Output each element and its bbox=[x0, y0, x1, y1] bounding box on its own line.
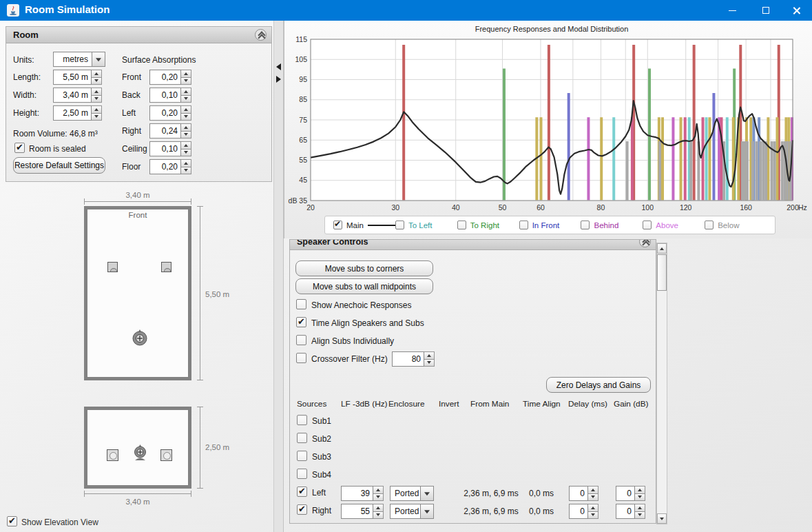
spinner-down-icon[interactable] bbox=[588, 511, 598, 520]
crossover-frequency-field[interactable] bbox=[392, 351, 424, 367]
right-delay-field[interactable] bbox=[569, 504, 588, 519]
collapse-right-arrow-icon[interactable] bbox=[276, 76, 281, 83]
spinner-down-icon[interactable] bbox=[92, 113, 102, 121]
absorption-left-field[interactable] bbox=[149, 105, 181, 121]
length-field[interactable] bbox=[53, 70, 92, 85]
legend-checkbox-behind[interactable] bbox=[581, 221, 590, 229]
move-subs-corners-button[interactable]: Move subs to corners bbox=[295, 260, 433, 276]
height-field[interactable] bbox=[53, 105, 92, 121]
units-dropdown[interactable]: metres bbox=[53, 52, 105, 67]
listener-elevation[interactable] bbox=[133, 444, 147, 461]
height-spinner[interactable] bbox=[92, 105, 102, 121]
absorption-right-field[interactable] bbox=[149, 123, 181, 139]
legend-checkbox-to-left[interactable] bbox=[395, 221, 404, 229]
listener-topview[interactable] bbox=[132, 329, 147, 347]
spinner-down-icon[interactable] bbox=[588, 493, 598, 502]
legend-checkbox-in-front[interactable] bbox=[519, 221, 528, 229]
length-spinner[interactable] bbox=[92, 70, 102, 85]
spinner-down-icon[interactable] bbox=[635, 511, 645, 520]
spinner-down-icon[interactable] bbox=[373, 511, 384, 520]
spinner-up-icon[interactable] bbox=[424, 351, 435, 359]
move-subs-midpoints-button[interactable]: Move subs to wall midpoints bbox=[295, 278, 433, 294]
spinner-down-icon[interactable] bbox=[181, 131, 191, 139]
right-delay-spinner[interactable] bbox=[588, 504, 598, 519]
restore-defaults-button[interactable]: Restore Default Settings bbox=[13, 157, 105, 174]
minimize-button[interactable] bbox=[716, 0, 748, 21]
spinner-up-icon[interactable] bbox=[92, 70, 102, 77]
source-left-checkbox[interactable] bbox=[297, 487, 307, 497]
spinner-up-icon[interactable] bbox=[181, 105, 191, 113]
left-delay-spinner[interactable] bbox=[588, 486, 598, 501]
left-gain-spinner[interactable] bbox=[635, 486, 645, 501]
left-speaker-elevation[interactable] bbox=[107, 449, 118, 461]
show-elevation-checkbox[interactable] bbox=[7, 516, 17, 526]
scrollbar-thumb[interactable] bbox=[657, 254, 667, 291]
dropdown-arrow-icon[interactable] bbox=[421, 504, 434, 519]
left-speaker-topview[interactable] bbox=[107, 262, 118, 272]
spinner-down-icon[interactable] bbox=[181, 113, 191, 121]
legend-checkbox-below[interactable] bbox=[705, 221, 714, 229]
dropdown-arrow-icon[interactable] bbox=[421, 486, 434, 501]
dropdown-arrow-icon[interactable] bbox=[92, 52, 105, 67]
absorption-ceiling-spinner[interactable] bbox=[181, 141, 191, 156]
spinner-down-icon[interactable] bbox=[181, 77, 191, 85]
left-lf3db-spinner[interactable] bbox=[373, 486, 384, 501]
scroll-down-icon[interactable] bbox=[657, 513, 667, 524]
collapse-chevron-icon[interactable] bbox=[255, 29, 267, 41]
source-right-checkbox[interactable] bbox=[297, 504, 307, 515]
speaker-panel-scrollbar[interactable] bbox=[656, 243, 667, 524]
source-sub4-checkbox[interactable] bbox=[297, 469, 307, 479]
right-gain-spinner[interactable] bbox=[635, 504, 645, 519]
spinner-up-icon[interactable] bbox=[588, 486, 598, 493]
right-gain-field[interactable] bbox=[616, 504, 635, 519]
spinner-up-icon[interactable] bbox=[635, 504, 645, 511]
spinner-down-icon[interactable] bbox=[92, 77, 102, 85]
spinner-down-icon[interactable] bbox=[181, 149, 191, 157]
spinner-up-icon[interactable] bbox=[181, 123, 191, 131]
legend-checkbox-above[interactable] bbox=[643, 221, 652, 229]
align-subs-individually-checkbox[interactable] bbox=[296, 335, 306, 345]
spinner-up-icon[interactable] bbox=[373, 486, 384, 493]
collapse-left-arrow-icon[interactable] bbox=[276, 63, 281, 70]
show-anechoic-responses-checkbox[interactable] bbox=[296, 299, 306, 309]
split-pane-divider[interactable] bbox=[273, 21, 284, 532]
spinner-up-icon[interactable] bbox=[181, 88, 191, 95]
absorption-floor-spinner[interactable] bbox=[181, 159, 191, 174]
room-sealed-checkbox[interactable] bbox=[14, 143, 25, 153]
width-spinner[interactable] bbox=[92, 88, 102, 103]
spinner-up-icon[interactable] bbox=[92, 88, 102, 95]
left-delay-field[interactable] bbox=[569, 486, 588, 501]
crossover-spinner[interactable] bbox=[424, 351, 435, 367]
source-sub1-checkbox[interactable] bbox=[297, 415, 307, 425]
spinner-up-icon[interactable] bbox=[92, 105, 102, 113]
spinner-down-icon[interactable] bbox=[181, 167, 191, 175]
zero-delays-gains-button[interactable]: Zero Delays and Gains bbox=[546, 377, 651, 393]
absorption-back-spinner[interactable] bbox=[181, 88, 191, 103]
absorption-ceiling-field[interactable] bbox=[149, 141, 181, 156]
source-sub3-checkbox[interactable] bbox=[297, 451, 307, 461]
collapse-chevron-icon[interactable] bbox=[639, 240, 651, 247]
left-enclosure-dropdown[interactable]: Ported bbox=[390, 486, 434, 501]
spinner-down-icon[interactable] bbox=[424, 359, 435, 367]
right-lf3db-field[interactable] bbox=[341, 504, 373, 519]
absorption-back-field[interactable] bbox=[149, 88, 181, 103]
legend-checkbox-to-right[interactable] bbox=[457, 221, 466, 229]
absorption-left-spinner[interactable] bbox=[181, 105, 191, 121]
right-speaker-elevation[interactable] bbox=[160, 449, 172, 461]
left-lf3db-field[interactable] bbox=[341, 486, 373, 501]
spinner-up-icon[interactable] bbox=[181, 159, 191, 167]
spinner-up-icon[interactable] bbox=[588, 504, 598, 511]
right-lf3db-spinner[interactable] bbox=[373, 504, 384, 519]
time-align-speakers-and-subs-checkbox[interactable] bbox=[296, 317, 306, 327]
right-speaker-topview[interactable] bbox=[161, 262, 171, 272]
right-enclosure-dropdown[interactable]: Ported bbox=[390, 504, 434, 519]
absorption-front-field[interactable] bbox=[149, 70, 181, 85]
spinner-up-icon[interactable] bbox=[373, 504, 384, 511]
maximize-button[interactable] bbox=[750, 0, 782, 21]
spinner-down-icon[interactable] bbox=[373, 493, 384, 502]
source-sub2-checkbox[interactable] bbox=[297, 433, 307, 443]
spinner-up-icon[interactable] bbox=[181, 70, 191, 77]
spinner-down-icon[interactable] bbox=[181, 95, 191, 103]
width-field[interactable] bbox=[53, 88, 92, 103]
spinner-down-icon[interactable] bbox=[92, 95, 102, 103]
